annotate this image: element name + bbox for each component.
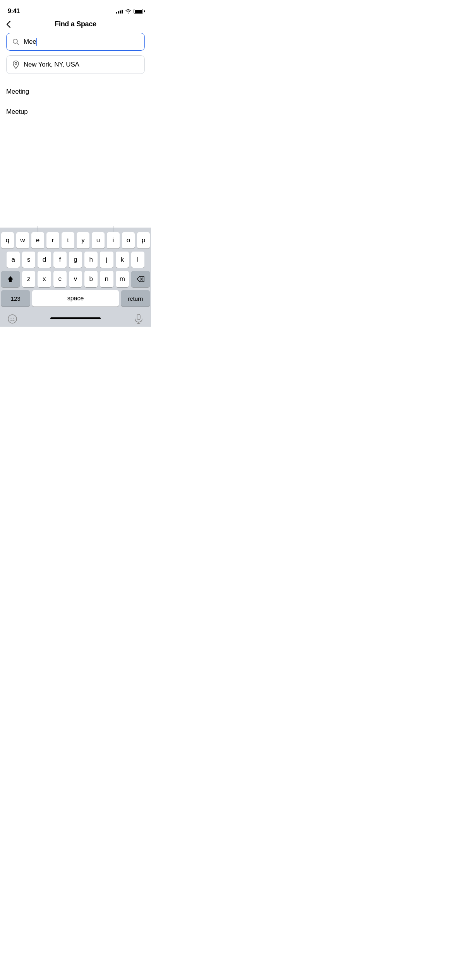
search-box[interactable]: Mee xyxy=(6,33,145,51)
back-button[interactable] xyxy=(6,21,11,28)
keyboard-top-bar xyxy=(0,228,151,231)
text-cursor xyxy=(36,38,37,46)
key-q[interactable]: q xyxy=(1,232,14,248)
location-pin-icon xyxy=(12,60,20,69)
emoji-button[interactable] xyxy=(5,312,19,326)
key-i[interactable]: i xyxy=(107,232,120,248)
key-c[interactable]: c xyxy=(53,271,67,287)
status-icons xyxy=(116,9,143,14)
svg-point-6 xyxy=(13,318,14,319)
suggestion-meetup[interactable]: Meetup xyxy=(6,102,145,122)
key-a[interactable]: a xyxy=(7,252,20,268)
keyboard-row-4: 123 space return xyxy=(1,290,150,307)
keyboard-rows: q w e r t y u i o p a s d f g h j k l xyxy=(0,231,151,307)
key-v[interactable]: v xyxy=(69,271,82,287)
page-title: Find a Space xyxy=(55,20,96,28)
svg-point-4 xyxy=(8,315,17,323)
keyboard-row-1: q w e r t y u i o p xyxy=(1,232,150,248)
search-icon xyxy=(12,38,20,46)
mic-button[interactable] xyxy=(132,312,146,326)
key-x[interactable]: x xyxy=(38,271,51,287)
shift-key[interactable] xyxy=(1,271,20,287)
key-e[interactable]: e xyxy=(31,232,44,248)
battery-icon xyxy=(134,9,143,14)
key-f[interactable]: f xyxy=(53,252,67,268)
keyboard-row-2: a s d f g h j k l xyxy=(1,252,150,268)
suggestion-meeting[interactable]: Meeting xyxy=(6,82,145,102)
space-key[interactable]: space xyxy=(32,290,118,307)
key-d[interactable]: d xyxy=(38,252,51,268)
key-g[interactable]: g xyxy=(69,252,82,268)
keyboard: q w e r t y u i o p a s d f g h j k l xyxy=(0,228,151,327)
signal-bars-icon xyxy=(116,9,123,14)
home-indicator xyxy=(50,316,101,322)
key-s[interactable]: s xyxy=(22,252,35,268)
search-input-value: Mee xyxy=(24,38,36,46)
keyboard-row-3: z x c v b n m xyxy=(1,271,150,287)
key-h[interactable]: h xyxy=(84,252,98,268)
status-time: 9:41 xyxy=(8,8,20,15)
search-input[interactable]: Mee xyxy=(24,38,139,46)
svg-point-0 xyxy=(13,39,17,43)
key-r[interactable]: r xyxy=(46,232,59,248)
wifi-icon xyxy=(125,9,131,14)
key-u[interactable]: u xyxy=(92,232,105,248)
key-l[interactable]: l xyxy=(131,252,144,268)
key-w[interactable]: w xyxy=(16,232,29,248)
key-p[interactable]: p xyxy=(137,232,150,248)
status-bar: 9:41 xyxy=(0,0,151,17)
key-m[interactable]: m xyxy=(116,271,129,287)
svg-point-1 xyxy=(15,63,17,65)
key-y[interactable]: y xyxy=(77,232,89,248)
location-container: New York, NY, USA xyxy=(0,55,151,82)
svg-point-5 xyxy=(10,318,11,319)
location-box[interactable]: New York, NY, USA xyxy=(6,55,145,74)
location-value: New York, NY, USA xyxy=(24,61,79,69)
key-n[interactable]: n xyxy=(100,271,113,287)
key-z[interactable]: z xyxy=(22,271,35,287)
delete-key[interactable] xyxy=(131,271,150,287)
search-container: Mee xyxy=(0,33,151,55)
numbers-key[interactable]: 123 xyxy=(1,290,30,307)
key-t[interactable]: t xyxy=(62,232,74,248)
svg-rect-7 xyxy=(137,314,140,320)
suggestions-list: Meeting Meetup xyxy=(0,82,151,122)
return-key[interactable]: return xyxy=(121,290,150,307)
key-o[interactable]: o xyxy=(122,232,135,248)
keyboard-bottom xyxy=(0,310,151,327)
key-k[interactable]: k xyxy=(116,252,129,268)
key-j[interactable]: j xyxy=(100,252,113,268)
key-b[interactable]: b xyxy=(84,271,98,287)
nav-bar: Find a Space xyxy=(0,17,151,33)
